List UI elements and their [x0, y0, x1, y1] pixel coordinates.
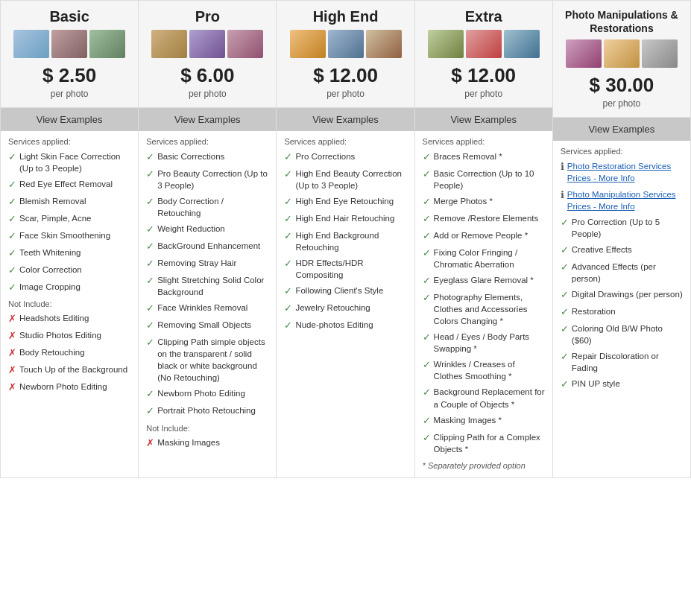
included-text-manipulations-3: Digital Drawings (per person) [572, 288, 683, 300]
info-icon-manipulations-1: ℹ [561, 189, 564, 202]
check-icon-manipulations-3: ✓ [561, 289, 569, 302]
check-icon-pro-0: ✓ [146, 151, 154, 164]
included-item-pro-2: ✓Body Correction / Retouching [146, 195, 268, 219]
included-text-high-end-8: Nude-photos Editing [295, 319, 373, 331]
per-photo-manipulations: per photo [557, 98, 687, 109]
check-icon-high-end-2: ✓ [284, 196, 292, 209]
info-item-manipulations-1: ℹPhoto Manipulation ServicesPrices - Mor… [561, 188, 683, 212]
services-label-manipulations: Services applied: [561, 147, 683, 156]
included-item-manipulations-6: ✓Repair Discoloration or Fading [561, 350, 683, 374]
cross-icon-pro-0: ✗ [146, 437, 154, 450]
check-icon-basic-0: ✓ [8, 151, 16, 164]
photo-thumb-basic-1 [51, 30, 87, 58]
included-item-basic-4: ✓Face Skin Smoothening [8, 229, 130, 243]
check-icon-extra-8: ✓ [423, 331, 431, 344]
photos-row-high-end [280, 30, 410, 58]
check-icon-manipulations-1: ✓ [561, 244, 569, 257]
info-link-label-manipulations-1[interactable]: Photo Manipulation Services [567, 190, 676, 199]
included-item-manipulations-2: ✓Advanced Effects (per person) [561, 261, 683, 285]
info-link-sub-manipulations-0[interactable]: Prices - More Info [567, 174, 635, 182]
check-icon-high-end-5: ✓ [284, 258, 292, 270]
services-section-pro: Services applied:✓Basic Corrections✓Pro … [139, 131, 276, 477]
not-included-item-basic-4: ✗Newborn Photo Editing [8, 381, 130, 394]
photo-thumb-manipulations-0 [566, 39, 602, 68]
included-item-high-end-0: ✓Pro Corrections [284, 150, 406, 164]
check-icon-extra-0: ✓ [423, 151, 431, 164]
not-included-text-basic-0: Headshots Editing [19, 312, 89, 324]
included-text-extra-4: Add or Remove People * [434, 229, 528, 241]
included-item-extra-7: ✓Photography Elements, Clothes and Acces… [423, 291, 545, 327]
info-link-sub-manipulations-1[interactable]: Prices - More Info [567, 202, 635, 211]
view-examples-btn-pro[interactable]: View Examples [139, 108, 276, 131]
view-examples-btn-basic[interactable]: View Examples [1, 108, 138, 131]
view-examples-btn-extra[interactable]: View Examples [415, 108, 552, 131]
cross-icon-basic-0: ✗ [8, 313, 16, 326]
check-icon-basic-1: ✓ [8, 179, 16, 191]
check-icon-high-end-7: ✓ [284, 302, 292, 315]
included-text-high-end-4: High End Background Retouching [295, 229, 406, 253]
included-text-basic-0: Light Skin Face Correction (Up to 3 Peop… [19, 150, 130, 174]
cross-icon-basic-2: ✗ [8, 347, 16, 360]
check-icon-high-end-0: ✓ [284, 151, 292, 164]
check-icon-pro-5: ✓ [146, 258, 154, 270]
included-item-pro-3: ✓Weight Reduction [146, 223, 268, 236]
included-item-basic-1: ✓Red Eye Effect Removal [8, 178, 130, 191]
check-icon-basic-3: ✓ [8, 213, 16, 226]
included-text-basic-4: Face Skin Smoothening [19, 229, 110, 241]
check-icon-pro-9: ✓ [146, 337, 154, 349]
included-item-extra-6: ✓Eyeglass Glare Removal * [423, 274, 545, 288]
included-text-manipulations-7: PIN UP style [572, 378, 620, 390]
included-text-pro-7: Face Wrinkles Removal [157, 302, 247, 314]
included-text-extra-2: Merge Photos * [434, 195, 493, 207]
check-icon-manipulations-6: ✓ [561, 351, 569, 363]
included-item-pro-1: ✓Pro Beauty Correction (Up to 3 People) [146, 168, 268, 191]
check-icon-extra-1: ✓ [423, 168, 431, 181]
photo-thumb-manipulations-1 [604, 39, 640, 68]
col-title-manipulations: Photo Manipulations & Restorations [557, 8, 687, 35]
included-item-basic-6: ✓Color Correction [8, 264, 130, 277]
not-included-text-basic-4: Newborn Photo Editing [19, 381, 107, 393]
included-item-manipulations-5: ✓Coloring Old B/W Photo ($60) [561, 323, 683, 346]
check-icon-pro-6: ✓ [146, 275, 154, 288]
included-text-manipulations-5: Coloring Old B/W Photo ($60) [572, 323, 683, 346]
check-icon-high-end-3: ✓ [284, 213, 292, 226]
check-icon-pro-10: ✓ [146, 388, 154, 401]
services-section-basic: Services applied:✓Light Skin Face Correc… [1, 131, 138, 477]
services-label-extra: Services applied: [423, 137, 545, 146]
check-icon-extra-10: ✓ [423, 387, 431, 399]
included-text-pro-9: Clipping Path simple objects on the tran… [157, 336, 268, 384]
info-text-manipulations-0: Photo Restoration ServicesPrices - More … [567, 160, 671, 184]
check-icon-extra-9: ✓ [423, 359, 431, 372]
included-text-pro-8: Removing Small Objects [157, 319, 251, 331]
included-item-extra-5: ✓Fixing Color Fringing / Chromatic Aberr… [423, 247, 545, 270]
included-text-pro-3: Weight Reduction [157, 223, 225, 235]
included-text-extra-1: Basic Correction (Up to 10 People) [434, 168, 545, 191]
not-included-item-pro-0: ✗Masking Images [146, 436, 268, 450]
included-item-extra-12: ✓Clipping Path for a Complex Objects * [423, 431, 545, 455]
per-photo-basic: per photo [4, 89, 134, 99]
check-icon-extra-4: ✓ [423, 230, 431, 243]
included-text-pro-5: Removing Stray Hair [157, 257, 236, 269]
info-link-label-manipulations-0[interactable]: Photo Restoration Services [567, 162, 671, 171]
included-item-pro-5: ✓Removing Stray Hair [146, 257, 268, 270]
included-item-manipulations-3: ✓Digital Drawings (per person) [561, 288, 683, 302]
info-text-manipulations-1: Photo Manipulation ServicesPrices - More… [567, 188, 676, 212]
col-manipulations: Photo Manipulations & Restorations$ 30.0… [553, 1, 690, 477]
view-examples-btn-high-end[interactable]: View Examples [277, 108, 414, 131]
cross-icon-basic-4: ✗ [8, 381, 16, 394]
col-title-extra: Extra [419, 8, 549, 25]
included-item-basic-7: ✓Image Cropping [8, 281, 130, 294]
included-text-basic-1: Red Eye Effect Removal [19, 178, 113, 190]
col-header-basic: Basic$ 2.50per photo [1, 1, 138, 108]
col-basic: Basic$ 2.50per photoView ExamplesService… [1, 1, 139, 477]
col-high-end: High End$ 12.00per photoView ExamplesSer… [277, 1, 414, 477]
view-examples-btn-manipulations[interactable]: View Examples [553, 118, 690, 141]
not-included-item-basic-3: ✗Touch Up of the Background [8, 363, 130, 377]
included-item-manipulations-0: ✓Pro Correction (Up to 5 People) [561, 216, 683, 240]
included-item-pro-4: ✓BackGround Enhancement [146, 240, 268, 253]
per-photo-pro: per photo [142, 89, 272, 99]
included-item-pro-7: ✓Face Wrinkles Removal [146, 302, 268, 315]
col-header-high-end: High End$ 12.00per photo [277, 1, 414, 108]
included-item-high-end-8: ✓Nude-photos Editing [284, 319, 406, 332]
included-text-extra-6: Eyeglass Glare Removal * [434, 274, 534, 286]
